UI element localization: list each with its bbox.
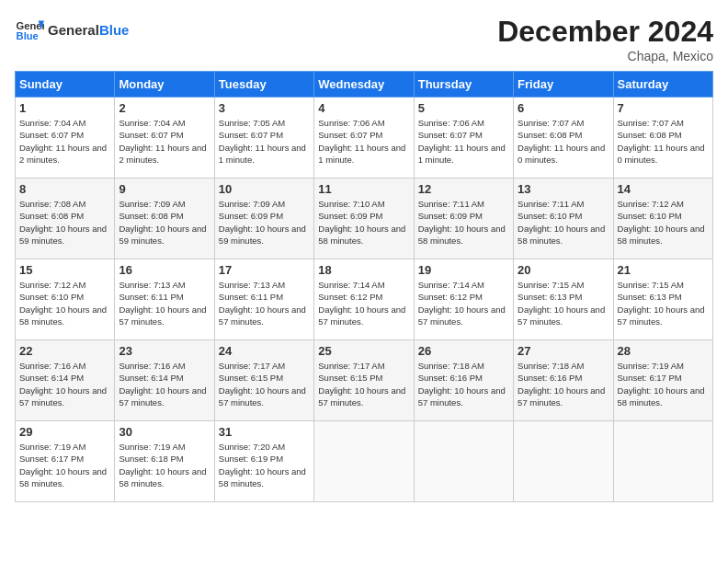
day-info: Sunrise: 7:09 AM Sunset: 6:09 PM Dayligh… [219, 198, 310, 247]
calendar-cell: 31 Sunrise: 7:20 AM Sunset: 6:19 PM Dayl… [214, 421, 313, 502]
calendar-cell [613, 421, 712, 502]
day-info: Sunrise: 7:10 AM Sunset: 6:09 PM Dayligh… [318, 198, 409, 247]
calendar-cell: 11 Sunrise: 7:10 AM Sunset: 6:09 PM Dayl… [314, 178, 414, 259]
calendar-cell: 23 Sunrise: 7:16 AM Sunset: 6:14 PM Dayl… [115, 340, 214, 421]
day-info: Sunrise: 7:18 AM Sunset: 6:16 PM Dayligh… [418, 360, 509, 408]
calendar-week-row: 1 Sunrise: 7:04 AM Sunset: 6:07 PM Dayli… [16, 98, 713, 178]
day-number: 13 [518, 182, 609, 196]
calendar-cell: 17 Sunrise: 7:13 AM Sunset: 6:11 PM Dayl… [214, 259, 313, 340]
day-info: Sunrise: 7:20 AM Sunset: 6:19 PM Dayligh… [219, 441, 310, 489]
day-info: Sunrise: 7:14 AM Sunset: 6:12 PM Dayligh… [418, 279, 509, 327]
svg-text:Blue: Blue [17, 30, 39, 41]
calendar-cell: 8 Sunrise: 7:08 AM Sunset: 6:08 PM Dayli… [16, 178, 115, 259]
day-number: 4 [318, 101, 409, 115]
calendar-cell: 15 Sunrise: 7:12 AM Sunset: 6:10 PM Dayl… [16, 259, 115, 340]
day-number: 7 [618, 101, 709, 115]
calendar-cell: 2 Sunrise: 7:04 AM Sunset: 6:07 PM Dayli… [115, 98, 214, 178]
day-info: Sunrise: 7:19 AM Sunset: 6:17 PM Dayligh… [19, 441, 110, 489]
day-number: 10 [219, 182, 310, 196]
day-header-tuesday: Tuesday [214, 72, 313, 98]
day-number: 5 [418, 101, 509, 115]
day-number: 12 [418, 182, 509, 196]
day-info: Sunrise: 7:04 AM Sunset: 6:07 PM Dayligh… [19, 117, 110, 166]
calendar-cell: 20 Sunrise: 7:15 AM Sunset: 6:13 PM Dayl… [514, 259, 613, 340]
calendar-week-row: 29 Sunrise: 7:19 AM Sunset: 6:17 PM Dayl… [16, 421, 713, 502]
day-number: 16 [119, 263, 210, 277]
day-info: Sunrise: 7:04 AM Sunset: 6:07 PM Dayligh… [119, 117, 210, 166]
calendar-cell: 1 Sunrise: 7:04 AM Sunset: 6:07 PM Dayli… [16, 98, 115, 178]
day-number: 1 [19, 101, 110, 115]
day-header-saturday: Saturday [613, 72, 712, 98]
day-info: Sunrise: 7:06 AM Sunset: 6:07 PM Dayligh… [418, 117, 509, 166]
day-info: Sunrise: 7:13 AM Sunset: 6:11 PM Dayligh… [119, 279, 210, 327]
logo: General Blue GeneralBlue [15, 15, 129, 44]
calendar-cell: 25 Sunrise: 7:17 AM Sunset: 6:15 PM Dayl… [314, 340, 414, 421]
day-info: Sunrise: 7:08 AM Sunset: 6:08 PM Dayligh… [19, 198, 110, 247]
day-number: 15 [19, 263, 110, 277]
month-title: December 2024 [497, 15, 713, 49]
day-header-wednesday: Wednesday [314, 72, 414, 98]
day-info: Sunrise: 7:15 AM Sunset: 6:13 PM Dayligh… [518, 279, 609, 327]
day-info: Sunrise: 7:06 AM Sunset: 6:07 PM Dayligh… [318, 117, 409, 166]
day-info: Sunrise: 7:16 AM Sunset: 6:14 PM Dayligh… [19, 360, 110, 408]
day-info: Sunrise: 7:05 AM Sunset: 6:07 PM Dayligh… [219, 117, 310, 166]
day-number: 30 [119, 425, 210, 439]
calendar-cell: 4 Sunrise: 7:06 AM Sunset: 6:07 PM Dayli… [314, 98, 414, 178]
calendar-week-row: 15 Sunrise: 7:12 AM Sunset: 6:10 PM Dayl… [16, 259, 713, 340]
logo-icon: General Blue [15, 15, 44, 44]
day-number: 11 [318, 182, 409, 196]
day-number: 19 [418, 263, 509, 277]
day-number: 9 [119, 182, 210, 196]
calendar-cell: 9 Sunrise: 7:09 AM Sunset: 6:08 PM Dayli… [115, 178, 214, 259]
calendar-cell: 30 Sunrise: 7:19 AM Sunset: 6:18 PM Dayl… [115, 421, 214, 502]
day-number: 29 [19, 425, 110, 439]
location: Chapa, Mexico [497, 49, 713, 63]
calendar-cell: 18 Sunrise: 7:14 AM Sunset: 6:12 PM Dayl… [314, 259, 414, 340]
day-info: Sunrise: 7:13 AM Sunset: 6:11 PM Dayligh… [219, 279, 310, 327]
day-number: 21 [618, 263, 709, 277]
day-header-thursday: Thursday [414, 72, 513, 98]
day-info: Sunrise: 7:14 AM Sunset: 6:12 PM Dayligh… [318, 279, 409, 327]
day-number: 2 [119, 101, 210, 115]
calendar-cell: 29 Sunrise: 7:19 AM Sunset: 6:17 PM Dayl… [16, 421, 115, 502]
day-info: Sunrise: 7:12 AM Sunset: 6:10 PM Dayligh… [19, 279, 110, 327]
calendar-cell: 16 Sunrise: 7:13 AM Sunset: 6:11 PM Dayl… [115, 259, 214, 340]
calendar-cell: 5 Sunrise: 7:06 AM Sunset: 6:07 PM Dayli… [414, 98, 513, 178]
calendar-cell: 12 Sunrise: 7:11 AM Sunset: 6:09 PM Dayl… [414, 178, 513, 259]
day-number: 27 [518, 344, 609, 358]
calendar-cell: 7 Sunrise: 7:07 AM Sunset: 6:08 PM Dayli… [613, 98, 712, 178]
day-info: Sunrise: 7:09 AM Sunset: 6:08 PM Dayligh… [119, 198, 210, 247]
calendar-week-row: 22 Sunrise: 7:16 AM Sunset: 6:14 PM Dayl… [16, 340, 713, 421]
day-info: Sunrise: 7:17 AM Sunset: 6:15 PM Dayligh… [219, 360, 310, 408]
day-number: 20 [518, 263, 609, 277]
day-number: 28 [618, 344, 709, 358]
calendar-cell: 28 Sunrise: 7:19 AM Sunset: 6:17 PM Dayl… [613, 340, 712, 421]
day-info: Sunrise: 7:16 AM Sunset: 6:14 PM Dayligh… [119, 360, 210, 408]
calendar-header-row: SundayMondayTuesdayWednesdayThursdayFrid… [16, 72, 713, 98]
calendar-cell: 19 Sunrise: 7:14 AM Sunset: 6:12 PM Dayl… [414, 259, 513, 340]
day-number: 17 [219, 263, 310, 277]
day-info: Sunrise: 7:07 AM Sunset: 6:08 PM Dayligh… [518, 117, 609, 166]
calendar-week-row: 8 Sunrise: 7:08 AM Sunset: 6:08 PM Dayli… [16, 178, 713, 259]
day-number: 24 [219, 344, 310, 358]
calendar-cell: 24 Sunrise: 7:17 AM Sunset: 6:15 PM Dayl… [214, 340, 313, 421]
day-info: Sunrise: 7:11 AM Sunset: 6:10 PM Dayligh… [518, 198, 609, 247]
calendar-cell [414, 421, 513, 502]
calendar-cell: 13 Sunrise: 7:11 AM Sunset: 6:10 PM Dayl… [514, 178, 613, 259]
day-info: Sunrise: 7:17 AM Sunset: 6:15 PM Dayligh… [318, 360, 409, 408]
day-info: Sunrise: 7:12 AM Sunset: 6:10 PM Dayligh… [618, 198, 709, 247]
day-number: 25 [318, 344, 409, 358]
calendar-cell: 21 Sunrise: 7:15 AM Sunset: 6:13 PM Dayl… [613, 259, 712, 340]
day-header-monday: Monday [115, 72, 214, 98]
day-info: Sunrise: 7:18 AM Sunset: 6:16 PM Dayligh… [518, 360, 609, 408]
calendar-cell: 14 Sunrise: 7:12 AM Sunset: 6:10 PM Dayl… [613, 178, 712, 259]
day-number: 22 [19, 344, 110, 358]
calendar-cell: 22 Sunrise: 7:16 AM Sunset: 6:14 PM Dayl… [16, 340, 115, 421]
day-info: Sunrise: 7:19 AM Sunset: 6:18 PM Dayligh… [119, 441, 210, 489]
page-header: General Blue GeneralBlue December 2024 C… [15, 15, 713, 63]
day-info: Sunrise: 7:15 AM Sunset: 6:13 PM Dayligh… [618, 279, 709, 327]
title-block: December 2024 Chapa, Mexico [497, 15, 713, 63]
calendar-cell: 27 Sunrise: 7:18 AM Sunset: 6:16 PM Dayl… [514, 340, 613, 421]
calendar-cell: 10 Sunrise: 7:09 AM Sunset: 6:09 PM Dayl… [214, 178, 313, 259]
day-number: 14 [618, 182, 709, 196]
